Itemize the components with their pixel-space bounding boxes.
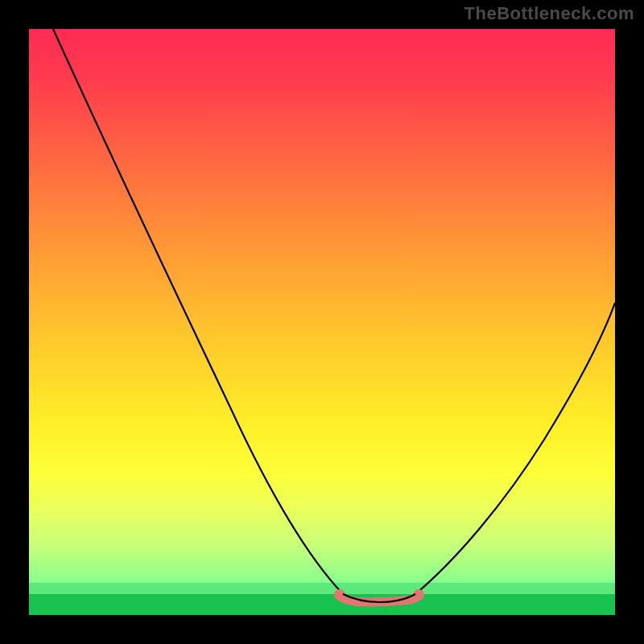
watermark-text: TheBottleneck.com <box>464 3 634 24</box>
curve-svg <box>29 29 615 615</box>
curve-left-branch <box>53 29 343 594</box>
chart-frame: TheBottleneck.com <box>0 0 644 644</box>
plot-area <box>29 29 615 615</box>
curve-right-branch <box>415 303 615 594</box>
